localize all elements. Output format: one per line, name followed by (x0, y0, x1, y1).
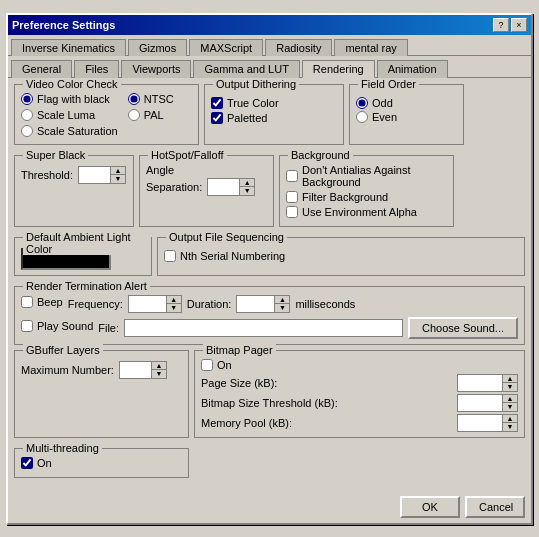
duration-label: Duration: (187, 298, 232, 310)
multithreading-label: Multi-threading (23, 442, 102, 454)
max-number-spin-down[interactable]: ▼ (152, 370, 166, 378)
threshold-spin-btns: ▲ ▼ (110, 166, 126, 184)
title-bar-controls: ? × (493, 18, 527, 32)
super-black-group: Super Black Threshold: 15 ▲ ▼ (14, 155, 134, 227)
super-black-label: Super Black (23, 149, 88, 161)
scale-luma-row: Scale Luma (21, 109, 118, 121)
page-size-input[interactable]: 128 (457, 374, 502, 392)
separation-input[interactable]: 2.0 (207, 178, 239, 196)
hotspot-label: HotSpot/Falloff (148, 149, 227, 161)
odd-radio[interactable] (356, 97, 368, 109)
bitmap-threshold-label: Bitmap Size Threshold (kB): (201, 397, 452, 409)
bitmap-threshold-spin-up[interactable]: ▲ (503, 395, 517, 403)
page-size-spin-down[interactable]: ▼ (503, 383, 517, 391)
threshold-label: Threshold: (21, 169, 73, 181)
video-left-options: Flag with black Scale Luma Scale Saturat… (21, 93, 118, 139)
tab-rendering[interactable]: Rendering (302, 60, 375, 78)
tab-inverse-kinematics[interactable]: Inverse Kinematics (11, 39, 126, 56)
threshold-spin-up[interactable]: ▲ (111, 167, 125, 175)
duration-spin-up[interactable]: ▲ (275, 296, 289, 304)
scale-saturation-radio[interactable] (21, 125, 33, 137)
flag-with-black-radio[interactable] (21, 93, 33, 105)
tab-gamma-lut[interactable]: Gamma and LUT (193, 60, 299, 78)
play-sound-checkbox[interactable] (21, 320, 33, 332)
nth-serial-checkbox[interactable] (164, 250, 176, 262)
odd-row: Odd (356, 97, 457, 109)
scale-saturation-row: Scale Saturation (21, 125, 118, 137)
bitmap-threshold-input[interactable]: 5237 (457, 394, 502, 412)
threshold-input[interactable]: 15 (78, 166, 110, 184)
tab-radiosity[interactable]: Radiosity (265, 39, 332, 56)
multithreading-on-checkbox[interactable] (21, 457, 33, 469)
bitmap-pager-content: On Page Size (kB): 128 ▲ ▼ Bit (201, 359, 518, 432)
dont-antialias-checkbox[interactable] (286, 170, 298, 182)
tab-general[interactable]: General (11, 60, 72, 78)
frequency-spin-up[interactable]: ▲ (167, 296, 181, 304)
page-size-spin-up[interactable]: ▲ (503, 375, 517, 383)
video-color-check-group: Video Color Check Flag with black Scale … (14, 84, 199, 145)
frequency-spin-down[interactable]: ▼ (167, 304, 181, 312)
paletted-checkbox[interactable] (211, 112, 223, 124)
scale-luma-label: Scale Luma (37, 109, 95, 121)
tab-mental-ray[interactable]: mental ray (334, 39, 407, 56)
max-number-spin-up[interactable]: ▲ (152, 362, 166, 370)
choose-sound-button[interactable]: Choose Sound... (408, 317, 518, 339)
render-term-row2: Play Sound File: Choose Sound... (21, 317, 518, 339)
beep-checkbox[interactable] (21, 296, 33, 308)
nth-serial-row: Nth Serial Numbering (164, 250, 518, 262)
window-title: Preference Settings (12, 19, 115, 31)
scale-saturation-label: Scale Saturation (37, 125, 118, 137)
bitmap-on-checkbox[interactable] (201, 359, 213, 371)
ntsc-radio[interactable] (128, 93, 140, 105)
threshold-spinbox: 15 ▲ ▼ (78, 166, 126, 184)
file-input[interactable] (124, 319, 403, 337)
dont-antialias-label: Don't Antialias Against Background (302, 164, 447, 188)
use-env-alpha-checkbox[interactable] (286, 206, 298, 218)
render-term-content: Beep Frequency: 440 ▲ ▼ Duration: 200 (21, 295, 518, 339)
frequency-label: Frequency: (68, 298, 123, 310)
duration-input[interactable]: 200 (236, 295, 274, 313)
paletted-label: Paletted (227, 112, 267, 124)
nth-serial-label: Nth Serial Numbering (180, 250, 285, 262)
bitmap-threshold-spin-down[interactable]: ▼ (503, 403, 517, 411)
memory-pool-spin-up[interactable]: ▲ (503, 415, 517, 423)
max-number-input[interactable]: 10 (119, 361, 151, 379)
background-options: Don't Antialias Against Background Filte… (286, 164, 447, 218)
hotspot-group: HotSpot/Falloff Angle Separation: 2.0 ▲ … (139, 155, 274, 227)
bottom-buttons: OK Cancel (8, 492, 531, 523)
true-color-checkbox[interactable] (211, 97, 223, 109)
tab-animation[interactable]: Animation (377, 60, 448, 78)
threshold-spin-down[interactable]: ▼ (111, 175, 125, 183)
pal-radio[interactable] (128, 109, 140, 121)
memory-pool-input[interactable]: 50000 (457, 414, 502, 432)
even-radio[interactable] (356, 111, 368, 123)
filter-background-label: Filter Background (302, 191, 388, 203)
background-group: Background Don't Antialias Against Backg… (279, 155, 454, 227)
ok-button[interactable]: OK (400, 496, 460, 518)
cancel-button[interactable]: Cancel (465, 496, 525, 518)
help-button[interactable]: ? (493, 18, 509, 32)
tab-files[interactable]: Files (74, 60, 119, 78)
multithreading-on-label: On (37, 457, 52, 469)
output-dithering-label: Output Dithering (213, 78, 299, 90)
ambient-light-label: Default Ambient Light Color (23, 231, 151, 255)
bitmap-threshold-spinbox: 5237 ▲ ▼ (457, 394, 518, 412)
section-row-3: Default Ambient Light Color Output File … (14, 237, 525, 281)
max-number-row: Maximum Number: 10 ▲ ▼ (21, 361, 182, 379)
close-button[interactable]: × (511, 18, 527, 32)
frequency-input[interactable]: 440 (128, 295, 166, 313)
duration-spin-down[interactable]: ▼ (275, 304, 289, 312)
memory-pool-spinbox: 50000 ▲ ▼ (457, 414, 518, 432)
separation-spin-up[interactable]: ▲ (240, 179, 254, 187)
tab-maxscript[interactable]: MAXScript (189, 39, 263, 56)
filter-background-checkbox[interactable] (286, 191, 298, 203)
scale-luma-radio[interactable] (21, 109, 33, 121)
memory-pool-spin-down[interactable]: ▼ (503, 423, 517, 431)
tab-viewports[interactable]: Viewports (121, 60, 191, 78)
file-label: File: (98, 322, 119, 334)
section-row-5: Multi-threading On (14, 448, 525, 483)
separation-spin-down[interactable]: ▼ (240, 187, 254, 195)
tab-gizmos[interactable]: Gizmos (128, 39, 187, 56)
beep-label: Beep (37, 296, 63, 308)
section-row-2: Super Black Threshold: 15 ▲ ▼ HotSpot/Fa… (14, 155, 525, 232)
